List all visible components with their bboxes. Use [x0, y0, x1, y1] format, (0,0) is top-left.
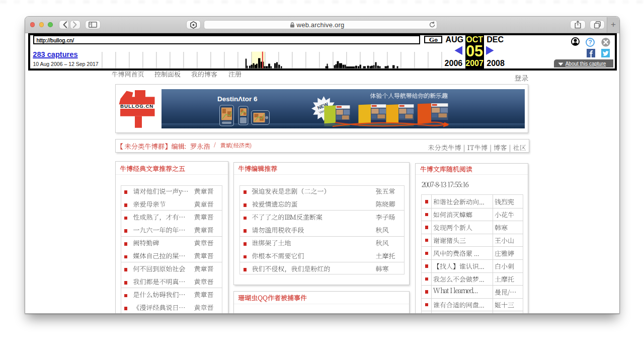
- svg-text:DestinΛtor 6: DestinΛtor 6: [217, 95, 258, 103]
- svg-text:BULLOG.CN: BULLOG.CN: [120, 103, 153, 109]
- svg-text:?: ?: [588, 39, 592, 46]
